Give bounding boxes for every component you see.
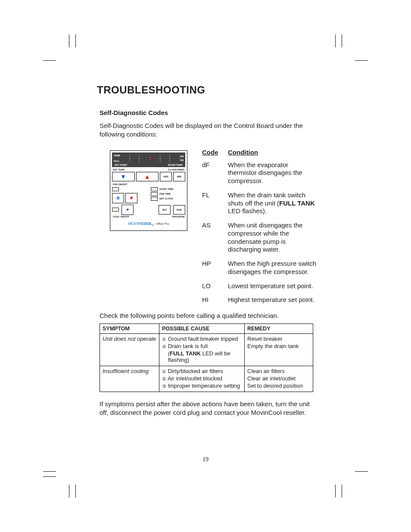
persist-text: If symptoms persist after the above acti… [100, 400, 314, 417]
set-clock-toggle [151, 197, 158, 201]
condition-header: Condition [228, 149, 258, 156]
room-temp-label: ROOM TEMP [168, 164, 183, 166]
fan-toggle [112, 187, 119, 191]
end-time-label: END TIME [159, 193, 171, 195]
code-fl: FL [202, 191, 228, 215]
clock-timer-label: CLOCK/TIMER [168, 168, 184, 171]
check-text: Check the following points before callin… [100, 312, 317, 319]
pm-label: PM [180, 159, 184, 162]
page-content: TROUBLESHOOTING Self-Diagnostic Codes Se… [97, 84, 317, 417]
page-title: TROUBLESHOOTING [97, 84, 317, 96]
set-temp-label: SET TEMP [113, 168, 125, 171]
seven-seg-left: ┃ ┃ [128, 155, 142, 162]
seven-seg-right: ┃ ┃ [158, 155, 172, 162]
start-time-toggle [151, 187, 158, 191]
page-number: 19 [0, 456, 411, 463]
tank-label: TANK [114, 154, 120, 158]
run-button: RUN [173, 205, 185, 215]
th-cause: POSSIBLE CAUSE [159, 324, 245, 334]
temp-down-button: ▼ [112, 172, 135, 181]
th-remedy: REMEDY [245, 324, 313, 334]
condition-df: When the evaporator thermistor disengage… [228, 161, 317, 185]
symptom-2: Insufficient cooling [100, 366, 159, 392]
code-header: Code [202, 149, 228, 156]
cool-mode-icon: ✶ [121, 205, 134, 215]
cool-toggle [112, 208, 119, 212]
cool-onoff-label: COOL ON/OFF [113, 215, 129, 218]
cause-1: ① Ground fault breaker tripped ② Drain t… [159, 334, 245, 366]
section-subtitle: Self-Diagnostic Codes [100, 109, 317, 116]
start-time-label: START TIME [159, 188, 174, 190]
intro-text: Self-Diagnostic Codes will be displayed … [100, 121, 317, 139]
control-panel-illustration: TANK FULL ┃ ┃ ┃ ┃ AM PM SET POINT ROOM T… [110, 150, 187, 231]
min-button: MIN [173, 172, 185, 181]
condition-as: When unit disengages the compressor whil… [228, 221, 317, 254]
troubleshoot-table: SYMPTOM POSSIBLE CAUSE REMEDY Unit does … [100, 324, 313, 392]
temp-up-button: ▲ [136, 172, 159, 181]
symptom-1: Unit does not operate [100, 334, 159, 366]
fan-speed-icon: ❄ [112, 193, 124, 203]
cause-2: ① Dirty/blocked air filters ② Air inlet/… [159, 366, 245, 392]
set-clock-label: SET CLOCK [159, 197, 173, 200]
remedy-2: Clean air filters Clear air inlet/outlet… [245, 366, 313, 392]
fan-mode-icon: ✱ [125, 193, 137, 203]
remedy-1: Reset breaker Empty the drain tank [245, 334, 313, 366]
hrs-button: HRS [160, 172, 172, 181]
set-button: SET [159, 205, 171, 215]
brand-line: MOVINCOOL® Office Pro [112, 221, 185, 227]
table-row: Unit does not operate ① Ground fault bre… [100, 334, 313, 366]
end-time-toggle [151, 192, 158, 196]
th-symptom: SYMPTOM [100, 324, 159, 334]
code-df: dF [202, 161, 228, 185]
code-hi: HI [202, 296, 228, 304]
program-label: PROGRAM [172, 215, 184, 218]
condition-hi: Highest temperature set point. [228, 296, 314, 304]
table-row: Insufficient cooling ① Dirty/blocked air… [100, 366, 313, 392]
condition-fl: When the drain tank switch shuts off the… [228, 191, 317, 215]
code-as: AS [202, 221, 228, 254]
set-point-label: SET POINT [115, 164, 127, 166]
full-label: FULL [114, 159, 120, 163]
am-label: AM [180, 155, 184, 159]
code-lo: LO [202, 282, 228, 290]
condition-lo: Lowest temperature set point. [228, 282, 313, 290]
condition-hp: When the high pressure switch disengages… [228, 260, 317, 276]
fan-onoff-label: FAN ON/OFF [112, 183, 185, 186]
code-hp: HP [202, 260, 228, 276]
codes-list: Code Condition dF When the evaporator th… [202, 149, 317, 305]
